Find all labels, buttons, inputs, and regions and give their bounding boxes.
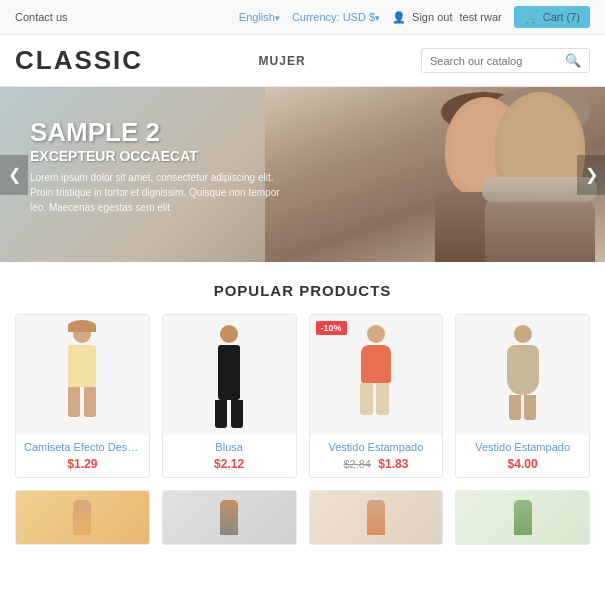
product-price-3: $2.84 $1.83 bbox=[318, 457, 435, 471]
chevron-left-icon: ❮ bbox=[8, 165, 21, 184]
product-info-2: Blusa $2.12 bbox=[163, 435, 296, 477]
product-thumb-2[interactable] bbox=[162, 490, 297, 545]
cart-button[interactable]: 🛒 Cart (7) bbox=[514, 6, 590, 28]
product-image-3: -10% bbox=[310, 315, 443, 435]
discount-badge-3: -10% bbox=[316, 321, 347, 335]
account-icon: 👤 bbox=[392, 11, 406, 23]
products-grid: Camiseta Efecto Desteñido... $1.29 bbox=[15, 314, 590, 478]
sign-out-link[interactable]: Sign out bbox=[412, 11, 452, 23]
product-card-3[interactable]: -10% Vestido Estampado $2.84 $1.83 bbox=[309, 314, 444, 478]
hero-next-button[interactable]: ❯ bbox=[577, 155, 605, 195]
product-image-1 bbox=[16, 315, 149, 435]
hero-prev-button[interactable]: ❮ bbox=[0, 155, 28, 195]
product-name-4: Vestido Estampado bbox=[464, 441, 581, 453]
product-image-2 bbox=[163, 315, 296, 435]
product-name-1: Camiseta Efecto Desteñido... bbox=[24, 441, 141, 453]
logo[interactable]: CLASSIC bbox=[15, 45, 143, 76]
nav-item-mujer[interactable]: MUJER bbox=[259, 54, 306, 68]
product-info-4: Vestido Estampado $4.00 bbox=[456, 435, 589, 477]
popular-products-section: POPULAR PRODUCTS Camiseta Efecto Desteñi… bbox=[0, 262, 605, 555]
hat-icon bbox=[68, 320, 96, 332]
currency-selector[interactable]: Currency: USD $▾ bbox=[292, 11, 380, 23]
product-info-1: Camiseta Efecto Desteñido... $1.29 bbox=[16, 435, 149, 477]
search-input[interactable] bbox=[430, 55, 560, 67]
product-card-4[interactable]: Vestido Estampado $4.00 bbox=[455, 314, 590, 478]
cart-icon: 🛒 bbox=[524, 10, 539, 24]
language-selector[interactable]: English▾ bbox=[239, 11, 280, 23]
product-price-1: $1.29 bbox=[24, 457, 141, 471]
product-figure-2 bbox=[204, 325, 254, 425]
hero-person2-body bbox=[485, 195, 595, 262]
top-bar-right: English▾ Currency: USD $▾ 👤 Sign out tes… bbox=[239, 6, 590, 28]
product-image-4 bbox=[456, 315, 589, 435]
product-name-3: Vestido Estampado bbox=[318, 441, 435, 453]
hero-slider: SAMPLE 2 EXCEPTEUR OCCAECAT Lorem ipsum … bbox=[0, 87, 605, 262]
hero-image bbox=[265, 87, 605, 262]
hero-subtitle: EXCEPTEUR OCCAECAT bbox=[30, 148, 280, 164]
product-figure-4 bbox=[498, 325, 548, 425]
hero-title: SAMPLE 2 bbox=[30, 117, 280, 148]
header: CLASSIC MUJER 🔍 bbox=[0, 35, 605, 87]
user-account: 👤 Sign out test rwar bbox=[392, 11, 502, 24]
product-name-2: Blusa bbox=[171, 441, 288, 453]
bottom-spacer bbox=[0, 555, 605, 575]
product-figure-1 bbox=[57, 325, 107, 425]
popular-products-title: POPULAR PRODUCTS bbox=[15, 282, 590, 299]
top-bar-left: Contact us bbox=[15, 11, 68, 23]
search-box: 🔍 bbox=[421, 48, 590, 73]
product-thumb-3[interactable] bbox=[309, 490, 444, 545]
hero-body-text: Lorem ipsum dolor sit amet, consectetur … bbox=[30, 170, 280, 215]
product-price-4: $4.00 bbox=[464, 457, 581, 471]
product-price-2: $2.12 bbox=[171, 457, 288, 471]
chevron-right-icon: ❯ bbox=[585, 165, 598, 184]
top-bar: Contact us English▾ Currency: USD $▾ 👤 S… bbox=[0, 0, 605, 35]
product-thumb-1[interactable] bbox=[15, 490, 150, 545]
product-figure-3 bbox=[351, 325, 401, 425]
product-card-2[interactable]: Blusa $2.12 bbox=[162, 314, 297, 478]
hero-text-overlay: SAMPLE 2 EXCEPTEUR OCCAECAT Lorem ipsum … bbox=[30, 117, 280, 215]
nav-menu: MUJER bbox=[259, 54, 306, 68]
product-thumb-4[interactable] bbox=[455, 490, 590, 545]
search-button[interactable]: 🔍 bbox=[565, 53, 581, 68]
contact-us-link[interactable]: Contact us bbox=[15, 11, 68, 23]
products-row-2 bbox=[15, 490, 590, 545]
product-info-3: Vestido Estampado $2.84 $1.83 bbox=[310, 435, 443, 477]
product-card-1[interactable]: Camiseta Efecto Desteñido... $1.29 bbox=[15, 314, 150, 478]
